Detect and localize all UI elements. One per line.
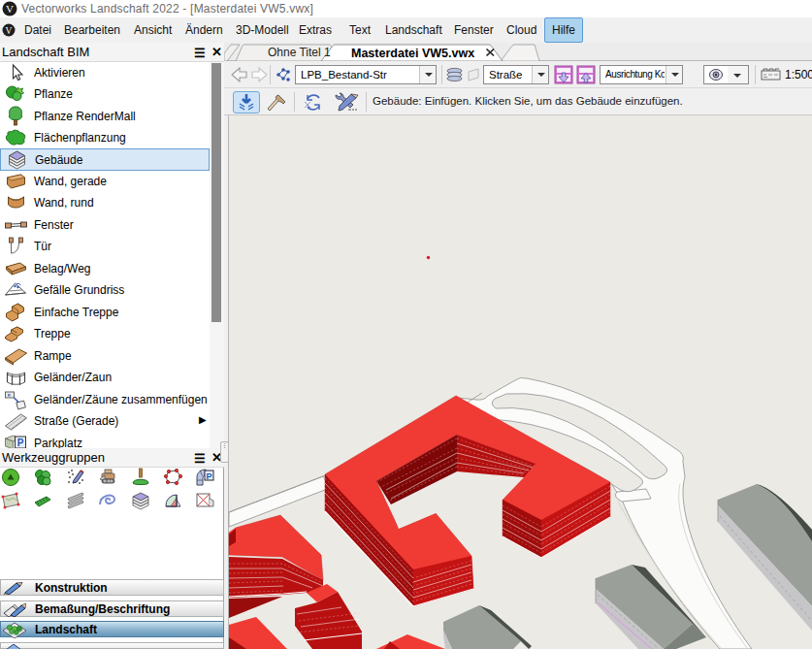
svg-text:P: P — [206, 471, 211, 481]
svg-text:P: P — [17, 438, 24, 448]
svg-text:V: V — [6, 26, 13, 36]
svg-text:Masterdatei VW5.vwx: Masterdatei VW5.vwx — [351, 47, 474, 60]
svg-text:Ohne Titel 1: Ohne Titel 1 — [268, 46, 331, 59]
svg-text:V: V — [6, 3, 14, 15]
